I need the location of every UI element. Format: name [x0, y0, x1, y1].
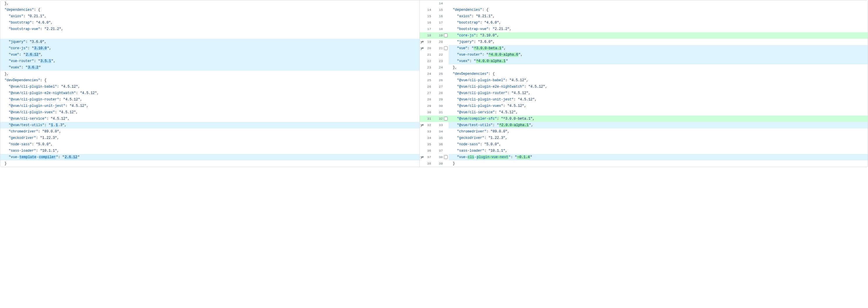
- line-number-left[interactable]: 19: [420, 39, 431, 45]
- diff-right-code[interactable]: "vue": "^3.0.0-beta.1",: [448, 45, 868, 52]
- diff-right-code[interactable]: "chromedriver": "89.0.0",: [448, 128, 868, 135]
- diff-right-code[interactable]: "@vue/cli-plugin-babel": "4.5.12",: [448, 77, 868, 83]
- diff-left-code[interactable]: "vuex": "3.6.2": [0, 64, 420, 71]
- diff-right-code[interactable]: "core-js": "3.10.0",: [448, 32, 868, 39]
- diff-left-code[interactable]: "sass-loader": "10.1.1",: [0, 147, 420, 154]
- diff-left-code[interactable]: "vue": "2.6.12",: [0, 52, 420, 58]
- line-number-left[interactable]: 38: [420, 161, 431, 167]
- diff-right-code[interactable]: "@vue/compiler-sfc": "^3.0.0-beta.1",: [448, 115, 868, 122]
- diff-left-code[interactable]: "@vue/cli-plugin-babel": "4.5.12",: [0, 83, 420, 90]
- line-number-left[interactable]: 34: [420, 135, 431, 141]
- line-number-right[interactable]: 26: [431, 77, 443, 83]
- line-number-left[interactable]: 30: [420, 109, 431, 115]
- diff-left-code[interactable]: },: [0, 71, 420, 77]
- line-number-right[interactable]: 28: [431, 90, 443, 96]
- diff-left-code[interactable]: "@vue/test-utils": "1.1.3",: [0, 122, 420, 128]
- diff-left-code[interactable]: },: [0, 0, 420, 7]
- line-number-left[interactable]: 37: [420, 154, 431, 161]
- diff-right-code[interactable]: "@vue/cli-service": "4.5.12",: [448, 109, 868, 115]
- diff-left-code[interactable]: "@vue/cli-service": "4.5.12",: [0, 115, 420, 122]
- diff-right-code[interactable]: "vuex": "^4.0.0-alpha.1": [448, 58, 868, 64]
- line-number-right[interactable]: 27: [431, 83, 443, 90]
- diff-left-code[interactable]: "@vue/cli-plugin-e2e-nightwatch": "4.5.1…: [0, 90, 420, 96]
- line-number-left[interactable]: 33: [420, 128, 431, 135]
- line-number-left[interactable]: 32: [420, 122, 431, 128]
- line-number-right[interactable]: 30: [431, 103, 443, 109]
- diff-left-code[interactable]: "@vue/cli-plugin-router": "4.5.12",: [0, 96, 420, 103]
- diff-left-code[interactable]: "vue-template-compiler": "2.6.12": [0, 154, 420, 161]
- diff-left-code[interactable]: }: [0, 161, 420, 167]
- diff-left-code[interactable]: "core-js": "3.10.0",: [0, 45, 420, 52]
- line-number-right[interactable]: 17: [431, 20, 443, 26]
- diff-left-code[interactable]: "jquery": "3.6.0",: [0, 39, 420, 45]
- line-number-left[interactable]: 36: [420, 147, 431, 154]
- diff-line-checkbox[interactable]: [444, 155, 448, 159]
- line-number-left[interactable]: 14: [420, 7, 431, 13]
- line-number-left[interactable]: 25: [420, 77, 431, 83]
- diff-right-code[interactable]: "axios": "0.21.1",: [448, 13, 868, 20]
- line-number-right[interactable]: 25: [431, 71, 443, 77]
- line-number-left[interactable]: 15: [420, 13, 431, 20]
- line-number-left[interactable]: 24: [420, 71, 431, 77]
- diff-right-code[interactable]: "bootstrap": "4.6.0",: [448, 20, 868, 26]
- line-number-right[interactable]: 22: [431, 52, 443, 58]
- line-number-right[interactable]: 29: [431, 96, 443, 103]
- diff-checkbox-cell[interactable]: [443, 32, 448, 39]
- diff-right-code[interactable]: "devDependencies": {: [448, 71, 868, 77]
- line-number-left[interactable]: 17: [420, 26, 431, 32]
- diff-line-checkbox[interactable]: [444, 46, 448, 50]
- line-number-right[interactable]: 37: [431, 147, 443, 154]
- diff-right-code[interactable]: "@vue/test-utils": "^2.0.0-alpha.1",: [448, 122, 868, 128]
- line-number-right[interactable]: 15: [431, 7, 443, 13]
- diff-checkbox-cell[interactable]: [443, 45, 448, 52]
- diff-right-code[interactable]: "@vue/cli-plugin-e2e-nightwatch": "4.5.1…: [448, 83, 868, 90]
- line-number-right[interactable]: 39: [431, 161, 443, 167]
- diff-left-code[interactable]: "chromedriver": "89.0.0",: [0, 128, 420, 135]
- diff-right-code[interactable]: "jquery": "3.6.0",: [448, 39, 868, 45]
- line-number-left[interactable]: 16: [420, 20, 431, 26]
- line-number-right[interactable]: 34: [431, 128, 443, 135]
- line-number-right[interactable]: 20: [431, 39, 443, 45]
- line-number-right[interactable]: 32: [431, 115, 443, 122]
- diff-right-code[interactable]: [448, 0, 868, 7]
- line-number-left[interactable]: 28: [420, 96, 431, 103]
- diff-line-checkbox[interactable]: [444, 117, 448, 121]
- diff-left-code[interactable]: "vue-router": "3.5.1",: [0, 58, 420, 64]
- line-number-right[interactable]: 24: [431, 64, 443, 71]
- diff-right-code[interactable]: "sass-loader": "10.1.1",: [448, 147, 868, 154]
- line-number-right[interactable]: 23: [431, 58, 443, 64]
- diff-left-code[interactable]: [0, 32, 420, 39]
- diff-right-code[interactable]: },: [448, 64, 868, 71]
- diff-right-code[interactable]: "vue-router": "^4.0.0-alpha.6",: [448, 52, 868, 58]
- diff-left-code[interactable]: "bootstrap": "4.6.0",: [0, 20, 420, 26]
- line-number-left[interactable]: 35: [420, 141, 431, 147]
- diff-right-code[interactable]: "bootstrap-vue": "2.21.2",: [448, 26, 868, 32]
- diff-checkbox-cell[interactable]: [443, 115, 448, 122]
- diff-left-code[interactable]: "@vue/cli-plugin-unit-jest": "4.5.12",: [0, 103, 420, 109]
- diff-right-code[interactable]: "node-sass": "5.0.0",: [448, 141, 868, 147]
- line-number-left[interactable]: 20: [420, 45, 431, 52]
- diff-right-code[interactable]: "vue-cli-plugin-vue-next": "~0.1.4": [448, 154, 868, 161]
- line-number-right[interactable]: 14: [431, 0, 443, 7]
- diff-checkbox-cell[interactable]: [443, 154, 448, 161]
- line-number-left[interactable]: 23: [420, 64, 431, 71]
- diff-left-code[interactable]: "bootstrap-vue": "2.21.2",: [0, 26, 420, 32]
- line-number-left[interactable]: 18: [420, 32, 431, 39]
- diff-right-code[interactable]: "@vue/cli-plugin-unit-jest": "4.5.12",: [448, 96, 868, 103]
- line-number-right[interactable]: 33: [431, 122, 443, 128]
- line-number-left[interactable]: 22: [420, 58, 431, 64]
- line-number-right[interactable]: 38: [431, 154, 443, 161]
- diff-left-code[interactable]: "geckodriver": "1.22.3",: [0, 135, 420, 141]
- diff-left-code[interactable]: "axios": "0.21.1",: [0, 13, 420, 20]
- diff-right-code[interactable]: }: [448, 161, 868, 167]
- line-number-right[interactable]: 18: [431, 26, 443, 32]
- line-number-left[interactable]: 29: [420, 103, 431, 109]
- diff-left-code[interactable]: "@vue/cli-plugin-vuex": "4.5.12",: [0, 109, 420, 115]
- diff-left-code[interactable]: "dependencies": {: [0, 7, 420, 13]
- line-number-right[interactable]: 35: [431, 135, 443, 141]
- diff-right-code[interactable]: "geckodriver": "1.22.3",: [448, 135, 868, 141]
- diff-line-checkbox[interactable]: [444, 33, 448, 37]
- line-number-right[interactable]: 16: [431, 13, 443, 20]
- diff-right-code[interactable]: "@vue/cli-plugin-router": "4.5.12",: [448, 90, 868, 96]
- line-number-right[interactable]: 36: [431, 141, 443, 147]
